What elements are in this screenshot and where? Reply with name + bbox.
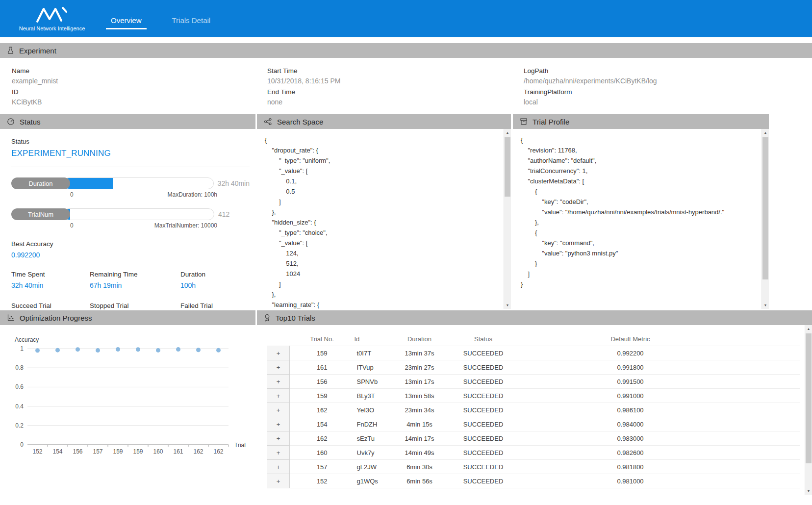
medal-icon (264, 314, 271, 322)
trial-id: Uvk7y (355, 446, 388, 460)
duration-progress-fill (64, 178, 113, 189)
trial-row: +160Uvk7y14min 49sSUCCEEDED0.982600 (267, 446, 800, 460)
field-label: End Time (267, 88, 524, 96)
svg-text:0.4: 0.4 (15, 403, 24, 410)
trial-default-metric: 0.986100 (515, 403, 746, 417)
experiment-title: Experiment (19, 47, 56, 55)
expand-trial-button[interactable]: + (267, 476, 289, 486)
scrollbar-thumb[interactable] (762, 137, 768, 279)
trial-duration: 13min 58s (388, 389, 452, 403)
svg-text:154: 154 (52, 448, 62, 455)
svg-text:Trial: Trial (234, 442, 246, 449)
col-expand (267, 333, 290, 346)
top-trials-body: +159t0I7T13min 37sSUCCEEDED0.992200+161I… (267, 346, 800, 488)
trial-profile-scrollbar[interactable]: ▲ ▼ (761, 129, 769, 309)
col-status: Status (452, 333, 515, 346)
trial-duration: 13min 17s (388, 375, 452, 389)
trial-id: gL2JW (355, 460, 388, 474)
trial-default-metric: 0.991800 (515, 360, 746, 375)
search-space-panel-header: Search Space (257, 114, 511, 129)
status-title: Status (20, 118, 41, 126)
trial-profile-code: { "revision": 11768, "authorName": "defa… (521, 135, 757, 289)
row-spacer (746, 474, 800, 488)
scrollbar-thumb[interactable] (806, 333, 812, 463)
expand-trial-button[interactable]: + (267, 419, 289, 429)
col-duration: Duration (388, 333, 452, 346)
expand-trial-button[interactable]: + (267, 433, 289, 444)
svg-text:0.2: 0.2 (15, 422, 24, 429)
svg-text:Accuracy: Accuracy (15, 336, 39, 343)
expand-trial-button[interactable]: + (267, 362, 289, 373)
row-spacer (746, 446, 800, 460)
search-space-title: Search Space (277, 118, 323, 126)
scrollbar-track[interactable] (762, 136, 769, 302)
scrollbar-thumb[interactable] (505, 137, 510, 197)
svg-text:0.6: 0.6 (15, 383, 24, 390)
col-spacer (746, 333, 800, 346)
trial-profile-panel-header: Trial Profile (513, 114, 769, 129)
scrollbar-track[interactable] (504, 136, 511, 302)
status-panel: Status Status EXPERIMENT_RUNNING Duratio… (0, 114, 255, 309)
trial-no: 152 (290, 474, 355, 488)
trial-profile-panel: Trial Profile { "revision": 11768, "auth… (513, 114, 769, 309)
trial-profile-title: Trial Profile (533, 118, 569, 126)
expand-trial-button[interactable]: + (267, 348, 289, 358)
duration-progress-value: 32h 40min (218, 179, 250, 187)
trial-status: SUCCEEDED (452, 446, 515, 460)
scroll-down-icon[interactable]: ▼ (805, 487, 812, 495)
trial-no: 162 (290, 403, 355, 417)
scroll-up-icon[interactable]: ▲ (762, 129, 769, 136)
trial-no: 159 (290, 389, 355, 403)
expand-trial-button[interactable]: + (267, 404, 289, 415)
col-id: Id (355, 333, 388, 346)
svg-text:160: 160 (153, 448, 163, 455)
app-header: Neural Network Intelligence Overview Tri… (0, 0, 812, 37)
nodes-icon (264, 118, 272, 126)
trialnum-progress-value: 412 (218, 210, 250, 218)
trial-duration: 14min 17s (388, 431, 452, 446)
tab-overview[interactable]: Overview (110, 14, 143, 29)
accuracy-chart-container: Accuracy00.20.40.60.81152154156157159159… (0, 325, 255, 460)
tab-trials-detail[interactable]: Trials Detail (171, 14, 212, 29)
trial-no: 162 (290, 431, 355, 446)
top-trials-scrollbar[interactable]: ▲ ▼ (805, 325, 812, 495)
scroll-down-icon[interactable]: ▼ (504, 302, 511, 309)
svg-text:157: 157 (93, 448, 102, 455)
svg-text:162: 162 (193, 448, 203, 455)
row-spacer (746, 389, 800, 403)
expand-trial-button[interactable]: + (267, 390, 289, 401)
trial-row: +162YeI3O23min 34sSUCCEEDED0.986100 (267, 403, 800, 417)
expand-trial-button[interactable]: + (267, 376, 289, 387)
search-space-scrollbar[interactable]: ▲ ▼ (504, 129, 511, 309)
table-header-row: Trial No. Id Duration Status Default Met… (267, 333, 800, 346)
scroll-up-icon[interactable]: ▲ (805, 325, 812, 332)
trial-duration: 13min 37s (388, 346, 452, 360)
expand-trial-button[interactable]: + (267, 447, 289, 458)
trial-default-metric: 0.992200 (515, 346, 746, 360)
top-trials-table-container: Trial No. Id Duration Status Default Met… (257, 325, 812, 488)
field-label: LogPath (524, 67, 812, 75)
search-space-panel: Search Space { "dropout_rate": { "_type"… (257, 114, 511, 309)
trial-duration: 4min 15s (388, 417, 452, 431)
svg-text:152: 152 (32, 448, 42, 455)
stat-time-spent: Time Spent 32h 40min (11, 271, 90, 289)
trial-no: 154 (290, 417, 355, 431)
scrollbar-track[interactable] (805, 332, 812, 487)
trialnum-progress-track (63, 208, 214, 220)
svg-text:161: 161 (173, 448, 183, 455)
svg-text:0: 0 (20, 441, 24, 448)
top-trials-panel: Top10 Trials Trial No. Id Duration Statu… (257, 310, 812, 495)
field-label: ID (12, 88, 267, 96)
trial-row: +154FnDZH4min 15sSUCCEEDED0.984000 (267, 417, 800, 431)
trial-id: SPNVb (355, 375, 388, 389)
field-value: /home/quzha/nni/experiments/KCiBytKB/log (524, 77, 812, 85)
expand-trial-button[interactable]: + (267, 461, 289, 472)
trial-duration: 23min 34s (388, 403, 452, 417)
scroll-up-icon[interactable]: ▲ (504, 129, 511, 136)
scroll-down-icon[interactable]: ▼ (762, 302, 769, 309)
trial-duration: 6min 56s (388, 474, 452, 488)
trial-duration: 6min 30s (388, 460, 452, 474)
trial-id: YeI3O (355, 403, 388, 417)
archive-box-icon (520, 118, 528, 126)
field-value: 10/31/2018, 8:16:15 PM (267, 77, 524, 85)
